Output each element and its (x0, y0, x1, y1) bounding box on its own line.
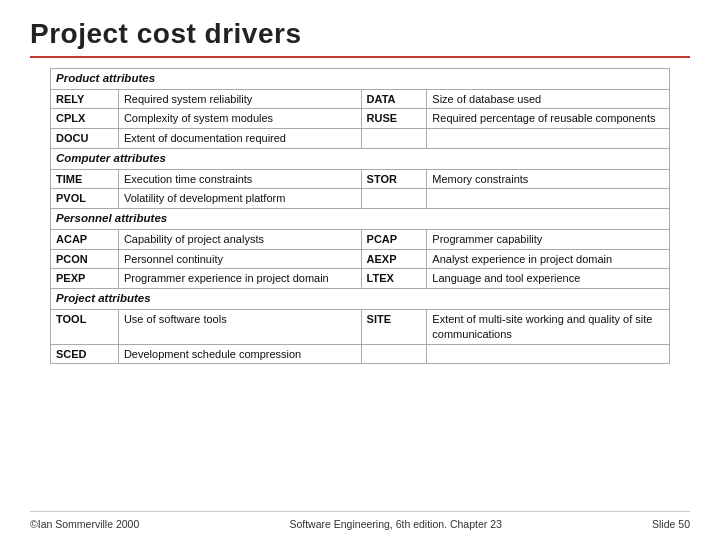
desc-cell: Capability of project analysts (118, 229, 361, 249)
desc-cell: Volatility of development platform (118, 189, 361, 209)
abbr2-cell: DATA (361, 89, 427, 109)
abbr2-cell: SITE (361, 309, 427, 344)
section-header: Product attributes (51, 69, 670, 90)
desc2-cell: Size of database used (427, 89, 670, 109)
abbr-cell: DOCU (51, 129, 119, 149)
desc2-cell (427, 129, 670, 149)
desc2-cell: Memory constraints (427, 169, 670, 189)
table-row: PEXPProgrammer experience in project dom… (51, 269, 670, 289)
abbr2-cell: LTEX (361, 269, 427, 289)
desc2-cell: Programmer capability (427, 229, 670, 249)
desc2-cell (427, 344, 670, 364)
table-row: SCEDDevelopment schedule compression (51, 344, 670, 364)
abbr2-cell: AEXP (361, 249, 427, 269)
abbr-cell: PCON (51, 249, 119, 269)
footer-right: Slide 50 (652, 518, 690, 530)
abbr-cell: TOOL (51, 309, 119, 344)
desc-cell: Execution time constraints (118, 169, 361, 189)
abbr2-cell (361, 189, 427, 209)
section-header: Computer attributes (51, 149, 670, 170)
abbr-cell: TIME (51, 169, 119, 189)
desc-cell: Personnel continuity (118, 249, 361, 269)
table-row: CPLXComplexity of system modulesRUSERequ… (51, 109, 670, 129)
abbr-cell: CPLX (51, 109, 119, 129)
section-header: Project attributes (51, 289, 670, 310)
section-header: Personnel attributes (51, 209, 670, 230)
abbr2-cell: PCAP (361, 229, 427, 249)
footer: ©Ian Sommerville 2000 Software Engineeri… (30, 511, 690, 530)
page-title: Project cost drivers (30, 18, 690, 50)
desc-cell: Use of software tools (118, 309, 361, 344)
abbr-cell: RELY (51, 89, 119, 109)
desc2-cell: Language and tool experience (427, 269, 670, 289)
footer-left: ©Ian Sommerville 2000 (30, 518, 139, 530)
desc2-cell: Analyst experience in project domain (427, 249, 670, 269)
table-row: PVOLVolatility of development platform (51, 189, 670, 209)
abbr2-cell: RUSE (361, 109, 427, 129)
desc-cell: Development schedule compression (118, 344, 361, 364)
title-divider (30, 56, 690, 58)
table-row: DOCUExtent of documentation required (51, 129, 670, 149)
table-row: RELYRequired system reliabilityDATASize … (51, 89, 670, 109)
desc-cell: Programmer experience in project domain (118, 269, 361, 289)
abbr2-cell: STOR (361, 169, 427, 189)
desc2-cell: Required percentage of reusable componen… (427, 109, 670, 129)
abbr-cell: ACAP (51, 229, 119, 249)
cost-drivers-table: Product attributesRELYRequired system re… (50, 68, 670, 364)
table-row: TIMEExecution time constraintsSTORMemory… (51, 169, 670, 189)
abbr2-cell (361, 129, 427, 149)
abbr-cell: PVOL (51, 189, 119, 209)
desc-cell: Extent of documentation required (118, 129, 361, 149)
abbr-cell: PEXP (51, 269, 119, 289)
desc-cell: Required system reliability (118, 89, 361, 109)
abbr-cell: SCED (51, 344, 119, 364)
desc2-cell (427, 189, 670, 209)
desc-cell: Complexity of system modules (118, 109, 361, 129)
table-wrapper: Product attributesRELYRequired system re… (30, 68, 690, 505)
table-row: ACAPCapability of project analystsPCAPPr… (51, 229, 670, 249)
abbr2-cell (361, 344, 427, 364)
desc2-cell: Extent of multi-site working and quality… (427, 309, 670, 344)
table-row: TOOLUse of software toolsSITEExtent of m… (51, 309, 670, 344)
table-row: PCONPersonnel continuityAEXPAnalyst expe… (51, 249, 670, 269)
footer-center: Software Engineering, 6th edition. Chapt… (289, 518, 501, 530)
